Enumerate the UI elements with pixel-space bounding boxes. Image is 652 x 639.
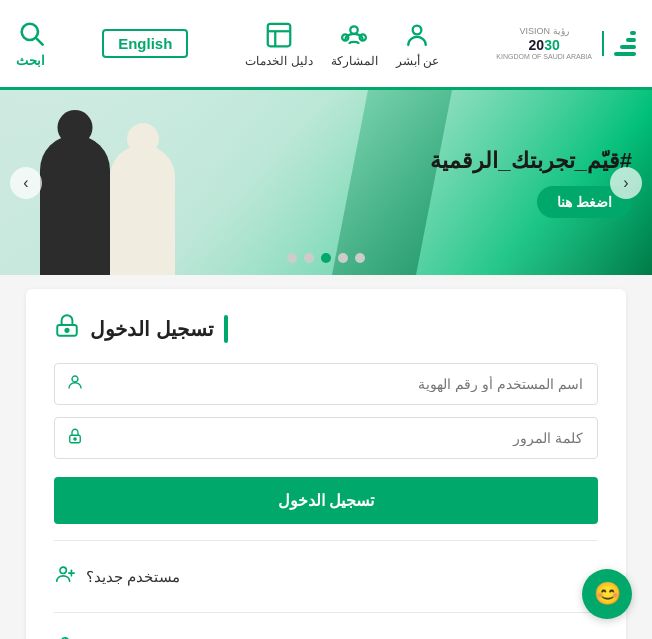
banner-prev-arrow[interactable]: ‹ (10, 167, 42, 199)
header-right: VISION رؤية 2030 KINGDOM OF SAUDI ARABIA (496, 26, 636, 61)
nav-services-label: دليل الخدمات (245, 54, 312, 68)
nav-absher-label: عن أبشر (396, 54, 439, 68)
header-nav: دليل الخدمات المشاركة عن أبشر (245, 20, 439, 68)
nav-item-services[interactable]: دليل الخدمات (245, 20, 312, 68)
chat-widget[interactable]: 😊 (582, 569, 632, 619)
dot-5[interactable] (355, 253, 365, 263)
svg-rect-2 (268, 23, 291, 46)
svg-point-10 (65, 329, 68, 332)
login-title-row: تسجيل الدخول (54, 313, 598, 345)
chat-icon: 😊 (594, 581, 621, 607)
svg-point-0 (21, 24, 37, 40)
password-input[interactable] (54, 417, 598, 459)
banner-content: #قيّم_تجربتك_الرقمية اضغط هنا (430, 148, 632, 218)
nav-participation-label: المشاركة (331, 54, 378, 68)
search-button[interactable]: ابحث (16, 19, 45, 68)
vision-text: VISION رؤية (520, 26, 569, 37)
svg-point-8 (413, 25, 422, 34)
svg-point-14 (60, 567, 66, 573)
nav-item-participation[interactable]: المشاركة (331, 20, 378, 68)
vision-logo: VISION رؤية 2030 KINGDOM OF SAUDI ARABIA (496, 26, 592, 61)
vision-country: KINGDOM OF SAUDI ARABIA (496, 53, 592, 61)
dot-1[interactable] (287, 253, 297, 263)
person2-silhouette (110, 145, 175, 275)
login-title-icon (54, 313, 80, 345)
new-user-row: مستخدم جديد؟ (54, 557, 598, 596)
bar-4 (630, 31, 636, 35)
svg-point-13 (74, 438, 76, 440)
dot-2[interactable] (304, 253, 314, 263)
login-title: تسجيل الدخول (90, 317, 214, 341)
login-form-container: تسجيل الدخول تسجيل الدخول (26, 289, 626, 639)
login-button[interactable]: تسجيل الدخول (54, 477, 598, 524)
stats-icon (602, 31, 636, 56)
bar-1 (614, 52, 636, 56)
header: ابحث English دليل الخدمات المشاركة (0, 0, 652, 90)
banner-dots (287, 253, 365, 263)
participation-icon (339, 20, 369, 50)
divider-1 (54, 540, 598, 541)
banner-title: #قيّم_تجربتك_الرقمية (430, 148, 632, 174)
divider-2 (54, 612, 598, 613)
forgot-password-icon (54, 635, 76, 639)
banner: #قيّم_تجربتك_الرقمية اضغط هنا ‹ › (0, 90, 652, 275)
banner-next-arrow[interactable]: › (610, 167, 642, 199)
bar-3 (626, 38, 636, 42)
username-group (54, 363, 598, 405)
search-label: ابحث (16, 53, 45, 68)
dot-3[interactable] (321, 253, 331, 263)
forgot-password-row: نسيت كلمة المرور؟ (54, 629, 598, 639)
nav-item-absher[interactable]: عن أبشر (396, 20, 439, 68)
absher-icon (402, 20, 432, 50)
search-icon (17, 19, 45, 47)
person1-silhouette (40, 135, 110, 275)
title-green-bar (224, 315, 228, 343)
svg-point-11 (72, 376, 78, 382)
english-language-toggle[interactable]: English (102, 29, 188, 58)
password-group (54, 417, 598, 459)
vision-2030: 2030 (529, 37, 560, 53)
user-icon (66, 373, 84, 395)
username-input[interactable] (54, 363, 598, 405)
dot-4[interactable] (338, 253, 348, 263)
svg-line-1 (36, 39, 42, 45)
new-user-icon (54, 563, 76, 590)
bar-2 (620, 45, 636, 49)
services-icon (264, 20, 294, 50)
new-user-label[interactable]: مستخدم جديد؟ (86, 568, 180, 586)
lock-icon (66, 427, 84, 449)
